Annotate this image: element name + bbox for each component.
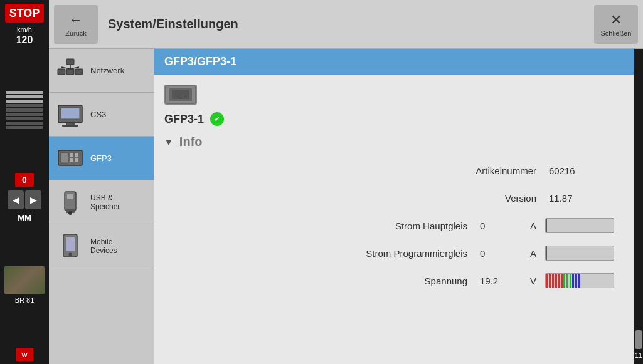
device-name: GFP3-1 <box>164 113 204 126</box>
svg-rect-1 <box>58 69 65 75</box>
info-key-strom-prog: Strom Programmiergleis <box>174 248 480 259</box>
svg-rect-18 <box>67 194 73 199</box>
info-value-strom-haupt: 0 <box>480 221 530 231</box>
back-button[interactable]: ← Zurück <box>54 5 98 44</box>
gauge-seg-green <box>563 274 572 288</box>
netzwerk-label: Netzwerk <box>87 66 124 75</box>
speed-display: km/h 120 <box>16 25 33 47</box>
chip-icon: … <box>164 85 197 105</box>
edge-number: 11 <box>635 351 642 359</box>
device-chip-row: … <box>154 80 634 110</box>
netzwerk-icon <box>54 55 87 87</box>
svg-rect-8 <box>61 108 80 119</box>
stop-button[interactable]: STOP <box>5 4 44 23</box>
table-row: Strom Hauptgleis 0 A <box>164 212 624 239</box>
close-button[interactable]: ✕ Schließen <box>594 5 638 44</box>
body-area: Netzwerk CS3 <box>49 49 643 364</box>
gauge-fill <box>546 246 547 260</box>
status-dot <box>210 112 224 126</box>
info-table: Artikelnummer 60216 Version 11.87 <box>164 153 624 298</box>
svg-rect-12 <box>61 153 68 163</box>
gauge-seg-blue <box>572 274 581 288</box>
speed-bars <box>6 91 43 129</box>
left-arrow-button[interactable]: ◀ <box>8 190 24 209</box>
br-label: BR 81 <box>15 296 35 304</box>
svg-rect-15 <box>70 158 73 162</box>
svg-rect-13 <box>70 153 73 157</box>
gauge-fill <box>546 219 547 232</box>
info-toggle-row[interactable]: ▼ Info <box>164 131 624 153</box>
table-row: Artikelnummer 60216 <box>164 157 624 184</box>
sidebar-item-cs3[interactable]: CS3 <box>49 93 154 137</box>
info-key-artikelnummer: Artikelnummer <box>174 165 549 176</box>
info-section: ▼ Info Artikelnummer 60216 Version <box>154 128 634 301</box>
svg-rect-16 <box>75 158 78 162</box>
gauge-fill-voltage <box>546 274 581 288</box>
back-label: Zurück <box>65 29 87 37</box>
cs3-label: CS3 <box>87 110 106 119</box>
gauge-spannung <box>545 273 614 288</box>
info-value-artikelnummer: 60216 <box>549 165 599 176</box>
usb-label: USB & Speicher <box>87 194 120 211</box>
header-title: System/Einstellungen <box>98 17 594 31</box>
right-arrow-button[interactable]: ▶ <box>25 190 41 209</box>
info-value-strom-prog: 0 <box>480 248 530 259</box>
info-unit-strom-prog: A <box>530 248 545 259</box>
sidebar-item-mobile[interactable]: Mobile- Devices <box>49 224 154 268</box>
cs3-icon <box>54 98 87 131</box>
close-icon: ✕ <box>610 12 622 28</box>
gauge-strom-haupt <box>545 218 614 233</box>
gauge-strom-prog <box>545 246 614 261</box>
svg-rect-2 <box>66 69 74 75</box>
table-row: Strom Programmiergleis 0 A <box>164 239 624 267</box>
right-edge: 11 <box>634 49 643 364</box>
info-value-spannung: 19.2 <box>480 276 530 286</box>
usb-icon <box>54 186 87 219</box>
gfp3-label: GFP3 <box>87 153 112 163</box>
back-arrow-icon: ← <box>69 12 83 28</box>
info-unit-spannung: V <box>530 276 545 286</box>
sidebar-item-usb[interactable]: USB & Speicher <box>49 180 154 224</box>
toggle-arrow-icon: ▼ <box>164 137 173 147</box>
content-body: … GFP3-1 ▼ Info <box>154 75 634 364</box>
svg-rect-14 <box>75 153 78 157</box>
info-key-version: Version <box>174 193 549 204</box>
watermark-icon: w <box>16 348 33 361</box>
info-label: Info <box>179 135 203 149</box>
main-area: ← Zurück System/Einstellungen ✕ Schließe… <box>49 0 643 364</box>
svg-rect-3 <box>75 69 83 75</box>
svg-point-20 <box>68 211 72 215</box>
info-value-version: 11.87 <box>549 193 599 204</box>
mobile-label: Mobile- Devices <box>87 237 117 255</box>
info-unit-strom-haupt: A <box>530 221 545 231</box>
gauge-seg-red <box>546 274 563 288</box>
mm-label: MM <box>18 213 31 222</box>
device-name-row: GFP3-1 <box>154 110 634 128</box>
sidebar-item-gfp3[interactable]: GFP3 <box>49 137 154 180</box>
content-panel: GFP3/GFP3-1 … GFP3-1 <box>154 49 634 364</box>
arrow-nav: ◀ ▶ <box>8 190 41 209</box>
gfp3-icon <box>54 142 87 175</box>
svg-rect-22 <box>66 237 75 251</box>
nav-sidebar: Netzwerk CS3 <box>49 49 154 364</box>
sidebar-item-netzwerk[interactable]: Netzwerk <box>49 49 154 93</box>
edge-indicator <box>635 330 642 349</box>
table-row: Version 11.87 <box>164 184 624 212</box>
thumbnail <box>4 266 45 294</box>
svg-text:…: … <box>179 93 182 98</box>
header: ← Zurück System/Einstellungen ✕ Schließe… <box>49 0 643 49</box>
counter-display: 0 <box>15 173 34 187</box>
table-row: Spannung 19.2 V <box>164 267 624 294</box>
info-key-spannung: Spannung <box>174 276 480 286</box>
svg-point-23 <box>69 252 72 256</box>
svg-rect-0 <box>66 59 74 65</box>
svg-rect-10 <box>62 125 78 127</box>
left-strip: STOP km/h 120 0 ◀ ▶ MM BR 81 w <box>0 0 49 364</box>
content-header: GFP3/GFP3-1 <box>154 49 634 75</box>
info-key-strom-haupt: Strom Hauptgleis <box>174 221 480 231</box>
close-label: Schließen <box>601 29 632 37</box>
mobile-icon <box>54 230 87 263</box>
